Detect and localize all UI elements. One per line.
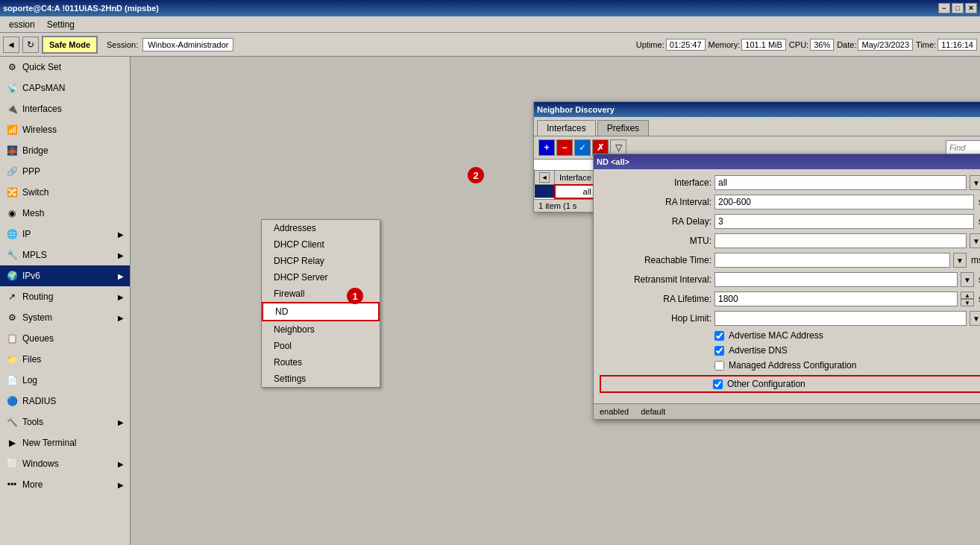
reachable-dropdown[interactable]: ▼ [953,253,967,268]
nd-status-text: 1 item (1 s [538,201,577,210]
tab-prefixes[interactable]: Prefixes [597,120,649,136]
nd-dialog-title-text: ND <all> [597,157,629,166]
retransmit-input[interactable] [714,272,958,287]
ra-lifetime-input[interactable] [714,292,958,306]
menu-addresses[interactable]: Addresses [262,220,380,236]
sidebar-item-system[interactable]: ⚙ System ▶ [0,307,130,328]
menu-neighbors[interactable]: Neighbors [262,321,380,338]
menu-settings[interactable]: Settings [262,371,380,387]
maximize-button[interactable]: □ [952,3,964,13]
add-button[interactable]: + [538,139,555,156]
row-scroll [535,185,555,198]
sidebar-item-routing[interactable]: ↗ Routing ▶ [0,286,130,307]
advertise-dns-checkbox[interactable] [714,346,724,356]
queues-icon: 📋 [6,333,18,344]
tools-icon: 🔨 [6,416,18,428]
uptime-value: 01:25:47 [666,39,706,51]
sidebar-label-tools: Tools [22,417,43,427]
refresh-button[interactable]: ↻ [22,37,39,53]
quick-set-icon: ⚙ [6,61,18,73]
sidebar-item-more[interactable]: ••• More ▶ [0,474,130,495]
hop-limit-dropdown[interactable]: ▼ [970,311,980,326]
sidebar-item-queues[interactable]: 📋 Queues [0,328,130,349]
system-icon: ⚙ [6,312,18,324]
menu-dhcp-relay[interactable]: DHCP Relay [262,253,380,269]
mtu-dropdown[interactable]: ▼ [970,233,980,248]
sidebar-label-mesh: Mesh [22,208,44,218]
sidebar-item-windows[interactable]: ⬜ Windows ▶ [0,453,130,474]
menu-setting[interactable]: Setting [41,18,81,31]
sidebar-item-radius[interactable]: 🔵 RADIUS [0,391,130,412]
ra-delay-label: RA Delay: [600,216,712,227]
menu-dhcp-server[interactable]: DHCP Server [262,269,380,286]
ra-interval-input[interactable] [714,195,974,210]
close-button[interactable]: ✕ [965,3,977,13]
hop-limit-input[interactable] [714,311,967,326]
sidebar-label-log: Log [22,375,37,385]
sidebar-item-switch[interactable]: 🔀 Switch [0,182,130,203]
sidebar-item-mesh[interactable]: ◉ Mesh [0,203,130,224]
mpls-arrow: ▶ [118,251,124,259]
advertise-dns-row: Advertise DNS [600,345,980,356]
ra-delay-input[interactable] [714,214,974,229]
nd-window-title: Neighbor Discovery [537,105,615,114]
menu-nd[interactable]: ND [262,302,380,321]
advertise-mac-checkbox[interactable] [714,331,724,341]
sidebar-item-wireless[interactable]: 📶 Wireless [0,119,130,140]
menu-routes[interactable]: Routes [262,354,380,371]
sidebar-item-ppp[interactable]: 🔗 PPP [0,161,130,182]
sidebar-item-tools[interactable]: 🔨 Tools ▶ [0,412,130,432]
advertise-mac-row: Advertise MAC Address [600,330,980,341]
other-config-checkbox[interactable] [713,379,723,389]
advertise-mac-label: Advertise MAC Address [729,330,823,341]
col-scroll[interactable]: ◄ [535,171,555,185]
nd-dialog-title-bar: ND <all> − ✕ [594,154,980,169]
back-button[interactable]: ◄ [3,37,19,53]
nd-dialog-fields: Interface: ▼ RA Interval: s RA Delay: [600,175,980,397]
radius-icon: 🔵 [6,395,18,407]
mtu-input[interactable] [714,233,967,248]
sidebar-item-interfaces[interactable]: 🔌 Interfaces [0,98,130,119]
sidebar-item-quick-set[interactable]: ⚙ Quick Set [0,57,130,78]
time-value: 11:16:14 [937,39,977,51]
sidebar-label-ip: IP [22,229,31,239]
safe-mode-button[interactable]: Safe Mode [42,36,98,54]
sidebar-item-capsman[interactable]: 📡 CAPsMAN [0,78,130,98]
menu-pool[interactable]: Pool [262,338,380,354]
sidebar-label-routing: Routing [22,292,53,302]
session-value: Winbox-Administrador [142,38,233,51]
mpls-icon: 🔧 [6,249,18,261]
mtu-field-row: MTU: ▼ [600,233,980,248]
sidebar-item-bridge[interactable]: 🌉 Bridge [0,140,130,161]
routing-icon: ↗ [6,291,18,303]
sidebar-item-ip[interactable]: 🌐 IP ▶ [0,224,130,245]
minimize-button[interactable]: − [938,3,950,13]
sidebar: ⚙ Quick Set 📡 CAPsMAN 🔌 Interfaces 📶 Wir… [0,57,131,545]
interface-input[interactable] [714,175,967,190]
ra-lifetime-down[interactable]: ▼ [961,299,974,306]
hop-limit-field-row: Hop Limit: ▼ [600,311,980,326]
uptime-item: Uptime: 01:25:47 [636,39,706,51]
status-bar: Uptime: 01:25:47 Memory: 101.1 MiB CPU: … [636,39,977,51]
apply-button[interactable]: ✓ [574,139,591,156]
find-input[interactable] [946,140,980,155]
managed-address-checkbox[interactable] [714,361,724,371]
sidebar-item-log[interactable]: 📄 Log [0,370,130,391]
ra-lifetime-up[interactable]: ▲ [961,292,974,299]
menu-ession[interactable]: ession [3,18,41,31]
reachable-time-input[interactable] [714,253,950,268]
menu-dhcp-client[interactable]: DHCP Client [262,236,380,253]
other-config-label: Other Configuration [727,379,805,389]
ra-lifetime-field-row: RA Lifetime: ▲ ▼ s [600,292,980,306]
sidebar-item-mpls[interactable]: 🔧 MPLS ▶ [0,245,130,265]
retransmit-dropdown[interactable]: ▼ [961,272,974,287]
sidebar-label-windows: Windows [22,459,59,469]
remove-button[interactable]: − [556,139,573,156]
sidebar-label-wireless: Wireless [22,125,57,135]
interface-dropdown[interactable]: ▼ [970,175,980,190]
reachable-time-label: Reachable Time: [600,255,712,265]
sidebar-item-ipv6[interactable]: 🌍 IPv6 ▶ [0,265,130,286]
tab-interfaces[interactable]: Interfaces [537,120,596,136]
sidebar-item-new-terminal[interactable]: ▶ New Terminal [0,432,130,453]
sidebar-item-files[interactable]: 📁 Files [0,349,130,370]
